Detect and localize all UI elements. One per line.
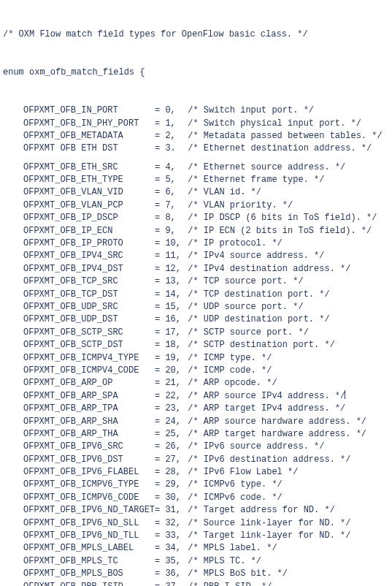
field-value: = 14, [155, 289, 182, 301]
field-comment: /* MPLS BoS bit. */ [182, 568, 288, 580]
enum-field-row: OFPXMT_OFB_MPLS_BOS= 36, /* MPLS BoS bit… [3, 568, 389, 580]
enum-field-row: OFPXMT_OFB_IPV6_ND_TLL= 33, /* Target li… [3, 530, 389, 542]
enum-field-row: OFPXMT_OFB_IN_PORT= 0, /* Switch input p… [3, 104, 389, 117]
field-value: = 28, [155, 466, 182, 479]
enum-field-row: OFPXMT_OFB_METADATA= 2, /* Metadata pass… [3, 130, 389, 142]
field-comment: /* Source link-layer for ND. */ [182, 517, 350, 530]
enum-field-row: OFPXMT_OFB_SCTP_DST= 18, /* SCTP destina… [3, 339, 389, 351]
field-value: = 25, [155, 428, 182, 441]
field-comment: /* PBB I-SID. */ [182, 581, 272, 586]
field-value: = 11, [155, 250, 182, 262]
field-name: OFPXMT_OFB_IN_PORT [23, 104, 155, 117]
enum-field-row: OFPXMT_OFB_TCP_SRC= 13, /* TCP source po… [3, 275, 389, 288]
blank-line [3, 156, 389, 161]
enum-field-row: OFPXMT_OFB_IPV6_ND_SLL= 32, /* Source li… [3, 517, 389, 530]
field-comment: /* IPv6 destination address. */ [182, 454, 350, 466]
enum-field-row: OFPXMT_OFB_IPV6_FLABEL= 28, /* IPv6 Flow… [3, 466, 389, 479]
enum-field-row: OFPXMT_OFB_ICMPV6_CODE= 30, /* ICMPv6 co… [3, 492, 389, 504]
field-comment: /* IP ECN (2 bits in ToS field). */ [182, 225, 372, 237]
enum-field-row: OFPXMT_OFB_MPLS_TC= 35, /* MPLS TC. */ [3, 555, 389, 568]
field-value: = 21, [155, 377, 182, 389]
field-comment: /* ARP source IPv4 address. */ [182, 390, 345, 403]
field-name: OFPXMT_OFB_ETH_SRC [23, 161, 155, 174]
field-value: = 29, [155, 479, 182, 491]
field-value: = 15, [155, 301, 182, 313]
enum-declaration: enum oxm_ofb_match_fields { [3, 66, 389, 79]
field-comment: /* MPLS label. */ [182, 542, 277, 555]
field-comment: /* Ethernet source address. */ [182, 161, 345, 174]
enum-field-row: OFPXMT_OFB_ICMPV4_CODE= 20, /* ICMP code… [3, 365, 389, 377]
enum-field-row: OFPXMT_OFB_IPV4_DST= 12, /* IPv4 destina… [3, 263, 389, 275]
enum-field-row: OFPXMT_OFB_IPV4_SRC= 11, /* IPv4 source … [3, 250, 389, 262]
field-value: = 5, [155, 174, 182, 186]
field-name: OFPXMT_OFB_SCTP_DST [23, 339, 155, 351]
field-value: = 13, [155, 275, 182, 288]
field-value: = 24, [155, 416, 182, 428]
field-name: OFPXMT_OFB_ARP_THA [23, 428, 155, 441]
field-name: OFPXMT_OFB_METADATA [23, 130, 155, 142]
enum-field-row: OFPXMT_OFB_IP_ECN= 9, /* IP ECN (2 bits … [3, 225, 389, 237]
field-name: OFPXMT_OFB_UDP_SRC [23, 301, 155, 313]
field-value: = 20, [155, 365, 182, 377]
field-comment: /* Switch physical input port. */ [182, 118, 361, 130]
field-name: OFPXMT_OFB_IPV6_ND_TARGET [23, 504, 155, 517]
enum-field-row: OFPXMT_OFB_MPLS_LABEL= 34, /* MPLS label… [3, 542, 389, 555]
field-value: = 17, [155, 327, 182, 339]
enum-field-row: OFPXMT_OFB_ARP_SPA= 22, /* ARP source IP… [3, 390, 389, 403]
field-comment: /* ICMPv6 type. */ [182, 479, 283, 491]
field-comment: /* Ethernet frame type. */ [182, 174, 324, 186]
field-value: = 1, [155, 118, 182, 130]
enum-field-row: OFPXMT_OFB_VLAN_VID= 6, /* VLAN id. */ [3, 186, 389, 199]
field-name: OFPXMT OFB ETH DST [23, 142, 155, 155]
field-name: OFPXMT_OFB_ICMPV6_TYPE [23, 479, 155, 491]
field-name: OFPXMT_OFB_IP_PROTO [23, 237, 155, 250]
field-value: = 16, [155, 313, 182, 326]
field-value: = 6, [155, 186, 182, 199]
field-comment: /* ARP target hardware address. */ [182, 428, 366, 441]
field-comment: /* ARP source hardware address. */ [182, 416, 366, 428]
field-name: OFPXMT_OFB_TCP_SRC [23, 275, 155, 288]
field-name: OFPXMT_OFB_MPLS_LABEL [23, 542, 155, 555]
field-name: OFPXMT_OFB_IPV4_SRC [23, 250, 155, 262]
field-value: = 8, [155, 212, 182, 224]
field-name: OFPXMT_OFB_MPLS_TC [23, 555, 155, 568]
field-value: = 18, [155, 339, 182, 351]
enum-field-row: OFPXMT_OFB_SCTP_SRC= 17, /* SCTP source … [3, 327, 389, 339]
field-comment: /* TCP destination port. */ [182, 289, 330, 301]
field-comment: /* Switch input port. */ [182, 104, 314, 117]
enum-field-row: OFPXMT_OFB_ARP_THA= 25, /* ARP target ha… [3, 428, 389, 441]
enum-field-row: OFPXMT_OFB_TCP_DST= 14, /* TCP destinati… [3, 289, 389, 301]
field-comment: /* ICMP code. */ [182, 365, 272, 377]
field-comment: /* Metadata passed between tables. */ [182, 130, 383, 142]
field-value: = 10, [155, 237, 182, 250]
enum-field-row: OFPXMT_OFB_VLAN_PCP= 7, /* VLAN priority… [3, 199, 389, 212]
text-cursor [345, 390, 345, 399]
field-name: OFPXMT_OFB_UDP_DST [23, 313, 155, 326]
enum-field-row: OFPXMT_OFB_ARP_TPA= 23, /* ARP target IP… [3, 403, 389, 415]
field-name: OFPXMT_OFB_IPV4_DST [23, 263, 155, 275]
field-comment: /* ICMP type. */ [182, 352, 272, 365]
field-value: = 35, [155, 555, 182, 568]
enum-field-row: OFPXMT_OFB_PBB_ISID= 37, /* PBB I-SID. *… [3, 581, 389, 586]
field-name: OFPXMT_OFB_IPV6_FLABEL [23, 466, 155, 479]
field-comment: /* IPv6 Flow Label */ [182, 466, 298, 479]
field-value: = 0, [155, 104, 182, 117]
field-value: = 7, [155, 199, 182, 212]
field-value: = 36, [155, 568, 182, 580]
field-value: = 23, [155, 403, 182, 415]
field-name: OFPXMT_OFB_IP_ECN [23, 225, 155, 237]
code-block: /* OXM Flow match field types for OpenFl… [3, 3, 389, 586]
field-value: = 19, [155, 352, 182, 365]
field-name: OFPXMT_OFB_MPLS_BOS [23, 568, 155, 580]
field-value: = 30, [155, 492, 182, 504]
enum-field-row: OFPXMT_OFB_ARP_OP= 21, /* ARP opcode. */ [3, 377, 389, 389]
field-name: OFPXMT_OFB_PBB_ISID [23, 581, 155, 586]
enum-field-row: OFPXMT_OFB_IN_PHY_PORT= 1, /* Switch phy… [3, 118, 389, 130]
enum-field-row: OFPXMT_OFB_ETH_SRC= 4, /* Ethernet sourc… [3, 161, 389, 174]
field-name: OFPXMT_OFB_IPV6_ND_SLL [23, 517, 155, 530]
enum-field-row: OFPXMT_OFB_IPV6_ND_TARGET= 31, /* Target… [3, 504, 389, 517]
enum-field-row: OFPXMT_OFB_UDP_SRC= 15, /* UDP source po… [3, 301, 389, 313]
field-value: = 37, [155, 581, 182, 586]
field-name: OFPXMT_OFB_ETH_TYPE [23, 174, 155, 186]
field-value: = 2, [155, 130, 182, 142]
